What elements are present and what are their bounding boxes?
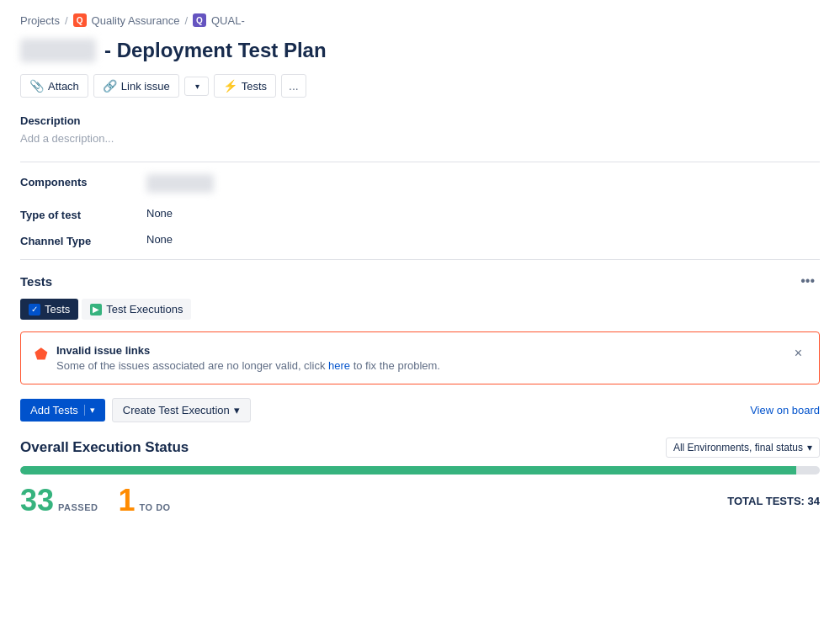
link-issue-button[interactable]: 🔗 Link issue [93, 74, 179, 98]
tests-section-title: Tests [20, 274, 52, 289]
stat-passed-label: PASSED [58, 502, 98, 512]
page-title: - Deployment Test Plan [104, 39, 327, 62]
tests-button[interactable]: ⚡ Tests [214, 74, 276, 98]
tests-tabs: ✓ Tests ▶ Test Executions [20, 299, 820, 320]
exec-status-header: Overall Execution Status All Environment… [20, 437, 820, 458]
components-blur [146, 174, 214, 193]
more-icon: ... [289, 79, 299, 93]
total-tests: TOTAL TESTS: 34 [727, 495, 820, 507]
alert-body: Some of the issues associated are no lon… [56, 359, 440, 372]
action-left: Add Tests ▾ Create Test Execution ▾ [20, 398, 251, 422]
tests-tab-label: Tests [45, 303, 70, 316]
description-label: Description [20, 114, 820, 127]
create-execution-caret-icon: ▾ [234, 404, 240, 416]
title-blur [20, 39, 96, 62]
page-container: Projects / Q Quality Assurance / Q QUAL-… [0, 0, 840, 540]
create-execution-label: Create Test Execution [123, 404, 230, 416]
stat-todo: 1 TO DO [118, 483, 170, 518]
divider-2 [20, 259, 820, 260]
stat-passed: 33 PASSED [20, 483, 98, 518]
type-of-test-row: Type of test None [20, 207, 820, 221]
breadcrumb-qa[interactable]: Quality Assurance [92, 14, 180, 27]
add-tests-caret-icon: ▾ [84, 405, 95, 416]
env-selector-caret-icon: ▾ [807, 442, 812, 453]
breadcrumb-sep1: / [65, 14, 68, 27]
channel-type-row: Channel Type None [20, 233, 820, 247]
alert-error-icon: ⬟ [35, 345, 48, 363]
env-selector[interactable]: All Environments, final status ▾ [666, 437, 820, 458]
stats-row: 33 PASSED 1 TO DO TOTAL TESTS: 34 [20, 483, 820, 518]
description-section: Description Add a description... [20, 114, 820, 145]
view-on-board-button[interactable]: View on board [750, 404, 820, 416]
alert-close-button[interactable]: × [791, 344, 805, 363]
tests-section: Tests ••• ✓ Tests ▶ Test Executions ⬟ In… [20, 272, 820, 518]
breadcrumb-projects[interactable]: Projects [20, 14, 60, 27]
attach-label: Attach [48, 80, 79, 93]
exec-status-title: Overall Execution Status [20, 439, 189, 456]
progress-bar-green [20, 466, 796, 475]
add-tests-label: Add Tests [30, 404, 78, 416]
executions-tab-label: Test Executions [106, 303, 183, 316]
more-button[interactable]: ... [281, 74, 306, 98]
alert-content: ⬟ Invalid issue links Some of the issues… [35, 344, 440, 372]
page-title-row: - Deployment Test Plan [20, 39, 820, 62]
alert-box: ⬟ Invalid issue links Some of the issues… [20, 331, 820, 384]
create-test-execution-button[interactable]: Create Test Execution ▾ [112, 398, 251, 422]
channel-type-value[interactable]: None [146, 233, 173, 246]
alert-text: Invalid issue links Some of the issues a… [56, 344, 440, 372]
alert-body-prefix: Some of the issues associated are no lon… [56, 359, 328, 372]
components-row: Components [20, 174, 820, 195]
add-tests-button[interactable]: Add Tests ▾ [20, 399, 105, 422]
executions-tab-icon: ▶ [90, 304, 102, 316]
stat-todo-label: TO DO [140, 502, 171, 512]
link-issue-label: Link issue [121, 80, 170, 93]
tests-icon: ⚡ [223, 79, 237, 93]
link-icon: 🔗 [103, 79, 117, 93]
qa-icon: Q [73, 13, 87, 27]
tests-label: Tests [242, 80, 267, 93]
env-selector-label: All Environments, final status [673, 442, 803, 453]
tests-section-header: Tests ••• [20, 272, 820, 290]
components-label: Components [20, 174, 146, 188]
qual-icon: Q [193, 13, 206, 27]
toolbar-dropdown-arrow[interactable]: ▾ [184, 77, 209, 96]
attach-button[interactable]: 📎 Attach [20, 74, 88, 98]
breadcrumb-qual[interactable]: QUAL- [211, 14, 245, 27]
tab-executions[interactable]: ▶ Test Executions [82, 299, 191, 320]
description-placeholder[interactable]: Add a description... [20, 132, 820, 145]
components-value[interactable] [146, 174, 214, 195]
stat-todo-number: 1 [118, 483, 135, 518]
channel-type-label: Channel Type [20, 233, 146, 247]
type-of-test-value[interactable]: None [146, 207, 173, 220]
progress-bar [20, 466, 820, 475]
tests-more-button[interactable]: ••• [795, 272, 820, 290]
tests-tab-icon: ✓ [29, 304, 40, 316]
breadcrumb: Projects / Q Quality Assurance / Q QUAL- [20, 13, 820, 27]
tab-tests[interactable]: ✓ Tests [20, 299, 78, 320]
type-of-test-label: Type of test [20, 207, 146, 221]
alert-title: Invalid issue links [56, 344, 440, 357]
toolbar: 📎 Attach 🔗 Link issue ▾ ⚡ Tests ... [20, 74, 820, 98]
breadcrumb-sep2: / [184, 14, 188, 27]
stat-passed-number: 33 [20, 483, 54, 518]
attach-icon: 📎 [29, 79, 44, 93]
chevron-down-icon: ▾ [195, 82, 199, 91]
alert-body-suffix: to fix the problem. [350, 359, 440, 372]
alert-link[interactable]: here [328, 359, 350, 372]
execution-status-section: Overall Execution Status All Environment… [20, 437, 820, 518]
action-buttons-row: Add Tests ▾ Create Test Execution ▾ View… [20, 398, 820, 422]
divider-1 [20, 162, 820, 162]
